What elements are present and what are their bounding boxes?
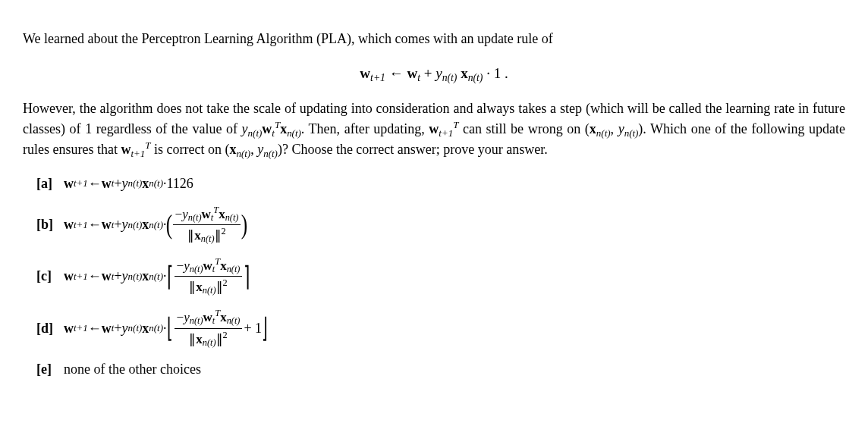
choice-d-label: [d] <box>36 318 64 339</box>
choice-e: [e] none of the other choices <box>36 359 845 380</box>
paragraph-body: However, the algorithm does not take the… <box>23 99 845 160</box>
ceil-left-icon: ⌈ <box>166 265 172 289</box>
ceil-right-icon: ⌉ <box>244 265 250 289</box>
intro-text: We learned about the Perceptron Learning… <box>23 31 553 46</box>
choice-e-text: none of the other choices <box>64 359 201 380</box>
choice-c-label: [c] <box>36 266 64 287</box>
choice-d: [d] wt+1 ← wt + yn(t) xn(t) · ⌊ −yn(t)wt… <box>36 308 845 349</box>
choice-b: [b] wt+1 ← wt + yn(t) xn(t) · ( −yn(t)wt… <box>36 205 845 246</box>
choices-list: [a] wt+1 ← wt + yn(t) xn(t) · 1126 [b] w… <box>23 174 845 380</box>
choice-e-label: [e] <box>36 359 64 380</box>
choice-b-expr: wt+1 ← wt + yn(t) xn(t) · ( −yn(t)wtTxn(… <box>64 205 247 246</box>
open-paren-icon: ( <box>165 212 171 236</box>
choice-a-label: [a] <box>36 174 64 194</box>
close-paren-icon: ) <box>241 212 247 236</box>
choice-d-expr: wt+1 ← wt + yn(t) xn(t) · ⌊ −yn(t)wtTxn(… <box>64 308 268 349</box>
choice-c: [c] wt+1 ← wt + yn(t) xn(t) · ⌈ −yn(t)wt… <box>36 256 845 297</box>
choice-a: [a] wt+1 ← wt + yn(t) xn(t) · 1126 <box>36 174 845 194</box>
choice-c-expr: wt+1 ← wt + yn(t) xn(t) · ⌈ −yn(t)wtTxn(… <box>64 256 250 297</box>
floor-right-icon: ⌋ <box>262 316 268 340</box>
paragraph-intro: We learned about the Perceptron Learning… <box>23 29 845 49</box>
choice-a-expr: wt+1 ← wt + yn(t) xn(t) · 1126 <box>64 174 193 194</box>
floor-left-icon: ⌊ <box>167 316 173 340</box>
display-equation: wt+1 ← wt + yn(t) xn(t) · 1 . <box>23 63 845 85</box>
choice-b-label: [b] <box>36 214 64 235</box>
